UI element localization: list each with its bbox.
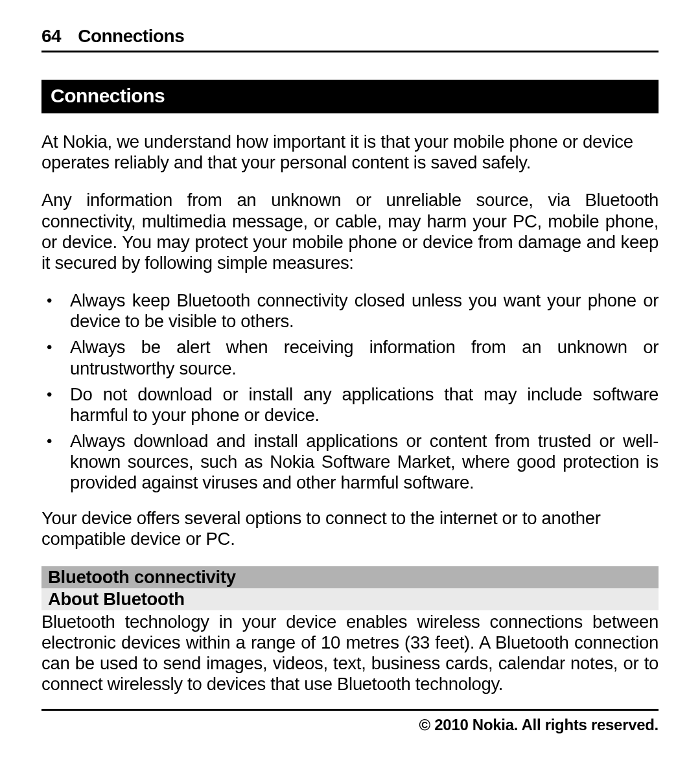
header-title: Connections: [78, 26, 184, 47]
list-item: Always be alert when receiving informati…: [41, 337, 659, 378]
intro-paragraph-1: At Nokia, we understand how important it…: [41, 132, 659, 173]
subsection-body: Bluetooth technology in your device enab…: [41, 612, 659, 695]
page-header: 64 Connections: [41, 26, 659, 52]
outro-paragraph: Your device offers several options to co…: [41, 508, 659, 549]
bullet-list: Always keep Bluetooth connectivity close…: [41, 290, 659, 494]
page-number: 64: [41, 26, 61, 47]
copyright-text: © 2010 Nokia. All rights reserved.: [419, 716, 659, 733]
subsection-heading-primary: Bluetooth connectivity: [41, 566, 659, 588]
list-item: Do not download or install any applicati…: [41, 384, 659, 426]
section-heading: Connections: [41, 80, 659, 113]
list-item: Always download and install applications…: [41, 431, 659, 494]
page-footer: © 2010 Nokia. All rights reserved.: [41, 709, 659, 734]
document-page: 64 Connections Connections At Nokia, we …: [0, 0, 700, 760]
list-item: Always keep Bluetooth connectivity close…: [41, 290, 659, 332]
intro-paragraph-2: Any information from an unknown or unrel…: [41, 190, 659, 273]
subsection-heading-secondary: About Bluetooth: [41, 588, 659, 610]
